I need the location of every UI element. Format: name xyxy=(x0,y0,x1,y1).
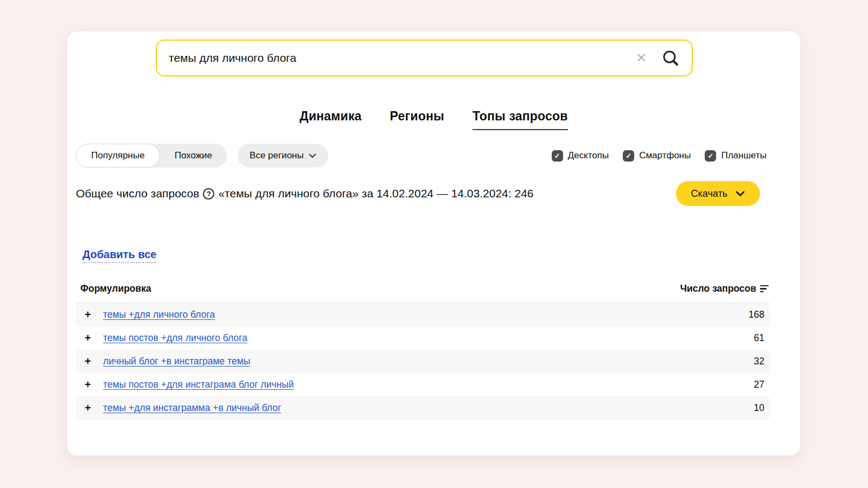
plus-icon[interactable]: + xyxy=(85,402,94,414)
total-queries-value: «темы для личного блога» за 14.02.2024 —… xyxy=(218,187,533,200)
phrase-count: 168 xyxy=(749,309,764,320)
tab-bar: Динамика Регионы Топы запросов xyxy=(67,109,800,130)
checkbox-checked-icon[interactable]: ✓ xyxy=(552,150,563,162)
device-desktops-label: Десктопы xyxy=(568,150,609,161)
region-selector-label: Все регионы xyxy=(250,150,304,161)
search-icon[interactable] xyxy=(662,49,680,67)
total-queries-prefix: Общее число запросов xyxy=(76,187,199,200)
column-phrase-header: Формулировка xyxy=(80,283,151,294)
sort-icon[interactable] xyxy=(760,285,769,293)
table-row: + темы +для личного блога 168 xyxy=(76,303,770,326)
tab-dynamics[interactable]: Динамика xyxy=(299,109,361,130)
search-bar: ✕ xyxy=(156,40,693,76)
results-table: Формулировка Число запросов + темы +для … xyxy=(76,283,770,420)
phrase-link[interactable]: темы постов +для личного блога xyxy=(103,332,247,344)
plus-icon[interactable]: + xyxy=(85,332,94,344)
chevron-down-icon xyxy=(309,153,316,158)
device-filters: ✓ Десктопы ✓ Смартфоны ✓ Планшеты xyxy=(552,150,767,162)
table-row: + личный блог +в инстаграме темы 32 xyxy=(76,350,770,373)
device-tablets[interactable]: ✓ Планшеты xyxy=(705,150,767,162)
clear-icon[interactable]: ✕ xyxy=(636,52,647,65)
summary-row: Общее число запросов ? «темы для личного… xyxy=(76,181,760,206)
plus-icon[interactable]: + xyxy=(85,355,94,368)
download-button-label: Скачать xyxy=(691,188,728,200)
add-all-link[interactable]: Добавить все xyxy=(82,248,156,263)
help-icon[interactable]: ? xyxy=(203,188,214,200)
chevron-down-icon xyxy=(736,191,745,197)
plus-icon[interactable]: + xyxy=(85,378,94,391)
device-smartphones[interactable]: ✓ Смартфоны xyxy=(623,150,691,162)
main-card: ✕ Динамика Регионы Топы запросов Популяр… xyxy=(67,31,800,455)
table-row: + темы +для инстаграмма +в личный блог 1… xyxy=(76,396,770,420)
phrase-count: 32 xyxy=(754,356,764,367)
tab-top-queries[interactable]: Топы запросов xyxy=(473,109,568,130)
column-count-header[interactable]: Число запросов xyxy=(680,283,769,294)
query-type-toggle: Популярные Похожие xyxy=(76,144,227,168)
filter-row: Популярные Похожие Все регионы ✓ Десктоп… xyxy=(76,144,767,168)
device-smartphones-label: Смартфоны xyxy=(639,150,691,161)
device-tablets-label: Планшеты xyxy=(721,150,767,161)
phrase-link[interactable]: темы +для личного блога xyxy=(103,309,215,320)
checkbox-checked-icon[interactable]: ✓ xyxy=(623,150,634,162)
checkbox-checked-icon[interactable]: ✓ xyxy=(705,150,716,162)
search-input[interactable] xyxy=(157,41,636,75)
phrase-link[interactable]: темы постов +для инстаграма блог личный xyxy=(103,379,294,390)
phrase-count: 27 xyxy=(754,379,764,390)
table-row: + темы постов +для инстаграма блог личны… xyxy=(76,373,770,396)
phrase-link[interactable]: темы +для инстаграмма +в личный блог xyxy=(103,402,281,414)
region-selector[interactable]: Все регионы xyxy=(238,144,328,168)
toggle-similar[interactable]: Похожие xyxy=(160,144,227,168)
table-row: + темы постов +для личного блога 61 xyxy=(76,326,770,350)
phrase-link[interactable]: личный блог +в инстаграме темы xyxy=(103,356,250,367)
device-desktops[interactable]: ✓ Десктопы xyxy=(552,150,609,162)
toggle-popular[interactable]: Популярные xyxy=(76,144,160,168)
column-count-label: Число запросов xyxy=(680,283,756,294)
plus-icon[interactable]: + xyxy=(85,309,94,321)
total-queries-text: Общее число запросов ? «темы для личного… xyxy=(76,187,534,200)
download-button[interactable]: Скачать xyxy=(676,181,761,206)
phrase-count: 61 xyxy=(754,332,764,344)
tab-regions[interactable]: Регионы xyxy=(390,109,444,130)
phrase-count: 10 xyxy=(754,402,764,414)
table-header: Формулировка Число запросов xyxy=(76,283,770,303)
